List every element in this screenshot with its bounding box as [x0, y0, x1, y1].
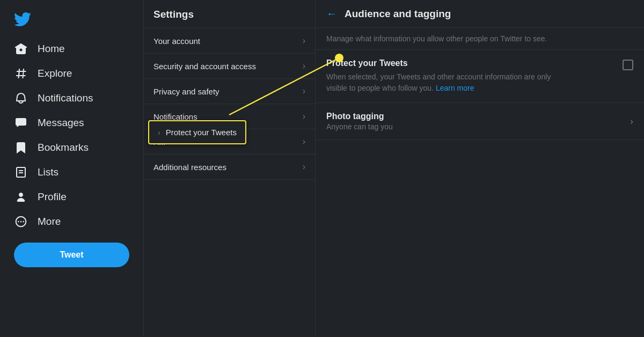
chevron-right-icon: ›: [303, 36, 305, 46]
notifications-icon: [14, 91, 28, 105]
content-header: ← Audience and tagging: [316, 0, 644, 28]
settings-item-privacy-label: Privacy and safety: [153, 87, 303, 96]
sidebar-item-bookmarks-label: Bookmarks: [38, 142, 89, 153]
learn-more-link[interactable]: Learn more: [436, 84, 474, 92]
chevron-right-icon: ›: [303, 112, 305, 121]
photo-tagging-info: Photo tagging Anyone can tag you: [326, 112, 393, 131]
protect-tweets-info: Protect your Tweets When selected, your …: [326, 58, 562, 94]
sidebar-item-lists[interactable]: Lists: [6, 160, 137, 185]
sidebar-item-more-label: More: [38, 216, 61, 228]
sidebar-item-home-label: Home: [38, 43, 65, 55]
chevron-right-icon: ›: [303, 61, 305, 71]
sidebar-item-home[interactable]: Home: [6, 36, 137, 61]
photo-tagging-row[interactable]: Photo tagging Anyone can tag you ›: [316, 103, 644, 140]
lists-icon: [14, 165, 28, 179]
content-panel: ← Audience and tagging Manage what infor…: [316, 0, 644, 337]
sidebar-item-more[interactable]: More: [6, 209, 137, 234]
sidebar-item-notifications-label: Notifications: [38, 92, 93, 104]
settings-item-your-account[interactable]: Your account ›: [144, 28, 315, 54]
chevron-right-icon: ›: [303, 86, 305, 96]
bookmarks-icon: [14, 141, 28, 155]
content-subtitle: Manage what information you allow other …: [316, 28, 644, 50]
sidebar-item-profile-label: Profile: [38, 191, 67, 203]
sidebar-item-messages[interactable]: Messages: [6, 111, 137, 135]
sidebar-item-messages-label: Messages: [38, 117, 84, 129]
more-icon: [14, 215, 28, 229]
sidebar-item-explore-label: Explore: [38, 68, 72, 79]
twitter-bird-icon: [14, 11, 31, 28]
settings-item-security[interactable]: Security and account access ›: [144, 54, 315, 79]
tweet-button[interactable]: Tweet: [14, 243, 129, 267]
settings-item-additional[interactable]: Additional resources ›: [144, 155, 315, 180]
profile-icon: [14, 190, 28, 204]
photo-tagging-subtitle: Anyone can tag you: [326, 122, 393, 131]
sidebar-item-bookmarks[interactable]: Bookmarks: [6, 135, 137, 160]
settings-title: Settings: [144, 0, 315, 28]
settings-item-your-account-label: Your account: [153, 36, 303, 46]
settings-item-privacy[interactable]: Privacy and safety ›: [144, 79, 315, 104]
protect-tweets-title: Protect your Tweets: [326, 58, 562, 68]
chevron-right-icon: ›: [303, 137, 305, 146]
settings-item-notifications[interactable]: Notifications › › Protect your Tweets: [144, 104, 315, 129]
back-button[interactable]: ←: [326, 8, 337, 20]
messages-icon: [14, 116, 28, 130]
chevron-right-icon: ›: [303, 162, 305, 172]
explore-icon: [14, 67, 28, 80]
settings-panel: Settings Your account › Security and acc…: [144, 0, 316, 337]
tooltip-label: Protect your Tweets: [166, 128, 237, 137]
settings-item-additional-label: Additional resources: [153, 163, 303, 172]
photo-tagging-chevron-icon: ›: [630, 116, 633, 127]
settings-item-notifications-label: Notifications: [153, 112, 303, 121]
protect-tweets-tooltip: › Protect your Tweets: [148, 120, 246, 144]
protect-tweets-section: Protect your Tweets When selected, your …: [316, 50, 644, 103]
home-icon: [14, 42, 28, 56]
sidebar-item-lists-label: Lists: [38, 166, 58, 178]
settings-item-security-label: Security and account access: [153, 62, 303, 71]
sidebar-item-profile[interactable]: Profile: [6, 185, 137, 209]
content-title: Audience and tagging: [345, 8, 451, 20]
twitter-logo: [6, 4, 137, 34]
photo-tagging-title: Photo tagging: [326, 112, 393, 121]
protect-tweets-row: Protect your Tweets When selected, your …: [326, 58, 633, 94]
sidebar-item-explore[interactable]: Explore: [6, 61, 137, 86]
protect-tweets-desc: When selected, your Tweets and other acc…: [326, 71, 562, 94]
tooltip-chevron-icon: ›: [158, 128, 160, 137]
sidebar: Home Explore Notifications Messages Book…: [0, 0, 144, 337]
protect-tweets-checkbox[interactable]: [623, 60, 633, 70]
sidebar-item-notifications[interactable]: Notifications: [6, 86, 137, 111]
